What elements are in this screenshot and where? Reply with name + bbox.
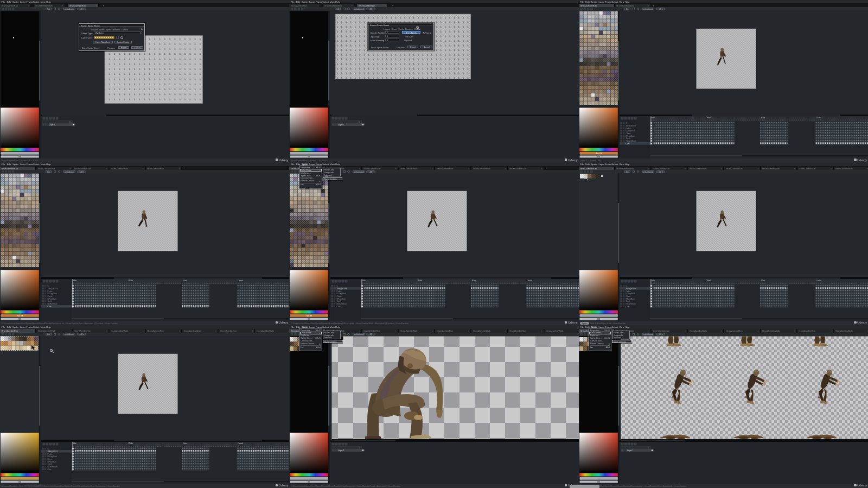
svg-text:Cast: Cast: [47, 468, 51, 470]
svg-text:LULegBack: LULegBack: [336, 293, 346, 295]
svg-text:LULegBack: LULegBack: [626, 130, 636, 132]
svg-text:Idle: Idle: [362, 279, 366, 282]
svg-text:RFootBack: RFootBack: [626, 298, 635, 300]
svg-text:Pelvis: Pelvis: [47, 453, 52, 455]
svg-text:ZMB_BODY: ZMB_BODY: [626, 125, 636, 127]
svg-text:1: 1: [648, 447, 649, 449]
svg-text:Layer 1: Layer 1: [49, 124, 55, 126]
svg-text:Walk: Walk: [128, 442, 133, 445]
svg-text:RFootBack: RFootBack: [626, 135, 635, 137]
svg-text:Run: Run: [472, 279, 476, 282]
svg-text:Cast: Cast: [336, 306, 340, 308]
svg-text:Crawl: Crawl: [238, 442, 243, 445]
svg-text:Chest: Chest: [626, 132, 631, 135]
svg-text:RFootBack: RFootBack: [47, 298, 56, 300]
svg-text:Run: Run: [761, 279, 765, 282]
svg-text:Crawl: Crawl: [238, 279, 243, 282]
svg-text:RUArmBack: RUArmBack: [47, 303, 58, 305]
svg-text:Chest: Chest: [47, 458, 52, 460]
svg-text:ZMB_BODY: ZMB_BODY: [336, 288, 347, 290]
svg-text:Chest: Chest: [336, 295, 341, 297]
svg-text:1: 1: [359, 121, 360, 123]
svg-text:No. 93: No. 93: [596, 152, 602, 154]
svg-text:Layer 1: Layer 1: [338, 449, 344, 452]
svg-text:Teeth: Teeth: [47, 300, 52, 302]
svg-text:LULegBack: LULegBack: [47, 455, 57, 458]
svg-text:Layer 1: Layer 1: [627, 449, 634, 452]
svg-text:Cast: Cast: [626, 306, 630, 308]
svg-text:LULegBack: LULegBack: [626, 293, 636, 295]
svg-text:Chest: Chest: [626, 295, 631, 297]
svg-text:Walk: Walk: [128, 279, 133, 282]
svg-text:Teeth: Teeth: [626, 300, 630, 302]
svg-text:Cast: Cast: [47, 306, 51, 308]
svg-text:Walk: Walk: [707, 279, 712, 282]
svg-text:LULegBack: LULegBack: [47, 293, 57, 295]
svg-text:Cast: Cast: [626, 143, 630, 145]
svg-text:No. 93: No. 93: [17, 315, 23, 317]
svg-text:Idle: Idle: [73, 279, 76, 282]
svg-text:1: 1: [69, 121, 71, 123]
svg-text:RUArmBack: RUArmBack: [626, 303, 636, 305]
svg-text:Pelvis: Pelvis: [336, 290, 341, 292]
svg-text:ZMB_BODY: ZMB_BODY: [47, 288, 58, 290]
svg-text:Teeth: Teeth: [336, 300, 341, 302]
svg-text:Pelvis: Pelvis: [47, 290, 52, 292]
svg-text:ZMB_BODY: ZMB_BODY: [47, 450, 58, 452]
svg-text:Run: Run: [183, 442, 187, 445]
svg-text:1: 1: [359, 447, 360, 449]
svg-text:No. 93: No. 93: [307, 315, 312, 317]
svg-text:RFootBack: RFootBack: [336, 298, 346, 300]
svg-text:Crawl: Crawl: [816, 116, 821, 119]
svg-text:Walk: Walk: [707, 116, 712, 119]
svg-text:Pelvis: Pelvis: [626, 290, 631, 292]
svg-text:Teeth: Teeth: [47, 463, 52, 465]
svg-text:Idle: Idle: [652, 116, 655, 119]
svg-text:Crawl: Crawl: [816, 279, 821, 282]
svg-text:Idle: Idle: [73, 442, 76, 445]
svg-text:Chest: Chest: [47, 295, 52, 297]
svg-text:2: 2: [2, 352, 3, 354]
svg-text:Idle: Idle: [652, 279, 655, 282]
svg-text:Walk: Walk: [417, 279, 422, 282]
svg-text:RUArmBack: RUArmBack: [336, 303, 347, 305]
svg-text:ZMB_BODY: ZMB_BODY: [626, 288, 636, 290]
svg-text:Layer 1: Layer 1: [338, 124, 344, 126]
svg-text:Teeth: Teeth: [626, 138, 630, 140]
svg-text:Pelvis: Pelvis: [626, 128, 631, 130]
svg-text:Run: Run: [183, 279, 187, 282]
svg-text:Run: Run: [761, 116, 765, 119]
svg-text:Crawl: Crawl: [527, 279, 532, 282]
svg-text:RUArmBack: RUArmBack: [626, 140, 636, 142]
svg-text:RUArmBack: RUArmBack: [47, 466, 58, 468]
svg-text:RFootBack: RFootBack: [47, 460, 56, 462]
